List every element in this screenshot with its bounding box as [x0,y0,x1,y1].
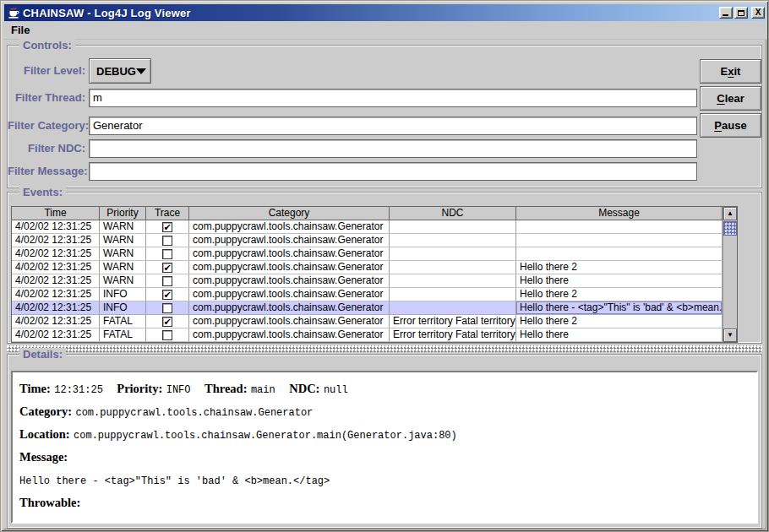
checkbox-checked-icon[interactable]: ✔ [162,263,172,273]
filter-category-input[interactable]: Generator [89,117,697,135]
details-ndc-label: NDC: [289,382,319,395]
events-table: TimePriorityTraceCategoryNDCMessage 4/02… [12,207,723,342]
trace-checkbox[interactable] [146,274,189,288]
column-header-ndc[interactable]: NDC [390,207,516,220]
checkbox-checked-icon[interactable]: ✔ [162,290,172,300]
details-message-value: Hello there - <tag>"This" is 'bad' & <b>… [19,475,330,487]
events-panel: Events: TimePriorityTraceCategoryNDCMess… [7,192,762,344]
java-cup-icon [7,6,20,19]
table-row[interactable]: 4/02/02 12:31:25WARN✔com.puppycrawl.tool… [12,261,723,274]
trace-checkbox[interactable] [146,234,189,247]
trace-checkbox[interactable]: ✔ [146,220,189,234]
column-header-time[interactable]: Time [12,207,100,220]
trace-checkbox[interactable]: ✔ [146,288,189,301]
cell-category: com.puppycrawl.tools.chainsaw.Generator [189,288,390,301]
details-message-value-line: Hello there - <tag>"This" is 'bad' & <b>… [19,472,750,487]
filter-level-label: Filter Level: [8,58,85,84]
details-priority-label: Priority: [117,382,162,395]
checkbox-checked-icon[interactable]: ✔ [162,222,172,232]
column-header-message[interactable]: Message [516,207,723,220]
table-row[interactable]: 4/02/02 12:31:25WARNcom.puppycrawl.tools… [12,274,723,288]
scrollbar-thumb[interactable] [723,221,737,236]
column-header-priority[interactable]: Priority [100,207,146,220]
title-bar[interactable]: CHAINSAW - Log4J Log Viewer X [4,4,766,21]
details-panel: Details: Time: 12:31:25 Priority: INFO T… [7,354,762,529]
trace-checkbox[interactable] [146,328,189,342]
details-throwable-value-line: null [19,518,750,524]
filter-message-label: Filter Message: [8,162,85,181]
details-location-value: com.puppycrawl.tools.chainsaw.Generator.… [74,430,457,442]
details-thread-label: Thread: [205,382,248,395]
cell-ndc [390,220,516,234]
filter-thread-label: Filter Thread: [8,89,85,107]
cell-category: com.puppycrawl.tools.chainsaw.Generator [189,234,390,247]
cell-ndc [390,247,516,261]
details-summary-line: Time: 12:31:25 Priority: INFO Thread: ma… [19,381,750,396]
vertical-scrollbar[interactable]: ▲ ▼ [723,207,737,342]
filter-message-input[interactable] [89,162,697,181]
trace-checkbox[interactable]: ✔ [146,315,189,328]
cell-time: 4/02/02 12:31:25 [12,315,100,328]
controls-panel: Controls: Filter Level: DEBUG Filter Thr… [7,45,762,188]
exit-button[interactable]: Exit [700,59,761,84]
checkbox-unchecked-icon[interactable] [162,236,172,246]
checkbox-unchecked-icon[interactable] [162,276,172,286]
minimize-button[interactable] [719,7,733,19]
details-message-label-line: Message: [19,449,750,464]
details-thread-value: main [251,384,275,396]
filter-thread-input[interactable]: m [89,89,697,107]
filter-ndc-input[interactable] [89,139,697,158]
cell-priority: INFO [100,301,146,315]
cell-priority: FATAL [100,328,146,342]
controls-panel-title: Controls: [19,39,75,52]
checkbox-unchecked-icon[interactable] [162,249,172,259]
pause-button[interactable]: Pause [700,113,761,138]
table-row[interactable]: 4/02/02 12:31:25FATALcom.puppycrawl.tool… [12,328,723,342]
details-time-value: 12:31:25 [54,384,103,396]
cell-priority: WARN [100,261,146,274]
cell-category: com.puppycrawl.tools.chainsaw.Generator [189,247,390,261]
table-row[interactable]: 4/02/02 12:31:25WARN✔com.puppycrawl.tool… [12,220,723,234]
trace-checkbox[interactable] [146,247,189,261]
menu-file[interactable]: File [4,22,36,38]
cell-category: com.puppycrawl.tools.chainsaw.Generator [189,301,390,315]
column-header-trace[interactable]: Trace [146,207,189,220]
cell-time: 4/02/02 12:31:25 [12,328,100,342]
cell-category: com.puppycrawl.tools.chainsaw.Generator [189,220,390,234]
scroll-down-icon[interactable]: ▼ [723,328,737,342]
cell-message: Hello there 2 [516,261,723,274]
filter-level-value: DEBUG [96,65,136,78]
cell-ndc [390,274,516,288]
details-category-value: com.puppycrawl.tools.chainsaw.Generator [75,407,313,419]
table-row[interactable]: 4/02/02 12:31:25WARNcom.puppycrawl.tools… [12,247,723,261]
menu-bar: File [4,21,766,40]
filter-ndc-label: Filter NDC: [8,139,85,158]
filter-level-select[interactable]: DEBUG [89,58,151,84]
cell-priority: WARN [100,247,146,261]
cell-category: com.puppycrawl.tools.chainsaw.Generator [189,274,390,288]
trace-checkbox[interactable]: ✔ [146,261,189,274]
details-throwable-value: null [19,521,44,524]
checkbox-unchecked-icon[interactable] [162,330,172,340]
cell-message: Hello there - <tag>"This" is 'bad' & <b>… [516,301,723,315]
cell-message: Hello there 2 [516,315,723,328]
column-header-category[interactable]: Category [189,207,390,220]
cell-message [516,247,723,261]
table-row[interactable]: 4/02/02 12:31:25INFOcom.puppycrawl.tools… [12,301,723,315]
cell-ndc [390,234,516,247]
cell-priority: FATAL [100,315,146,328]
split-divider[interactable] [7,345,762,352]
clear-button[interactable]: Clear [700,86,761,111]
cell-ndc [390,288,516,301]
maximize-button[interactable] [734,7,748,19]
close-button[interactable]: X [751,7,765,19]
details-ndc-value: null [324,384,348,396]
table-row[interactable]: 4/02/02 12:31:25FATAL✔com.puppycrawl.too… [12,315,723,328]
table-row[interactable]: 4/02/02 12:31:25INFO✔com.puppycrawl.tool… [12,288,723,301]
checkbox-unchecked-icon[interactable] [162,303,172,313]
table-row[interactable]: 4/02/02 12:31:25WARNcom.puppycrawl.tools… [12,234,723,247]
trace-checkbox[interactable] [146,301,189,315]
checkbox-checked-icon[interactable]: ✔ [162,317,172,327]
cell-message [516,234,723,247]
scroll-up-icon[interactable]: ▲ [723,207,737,220]
